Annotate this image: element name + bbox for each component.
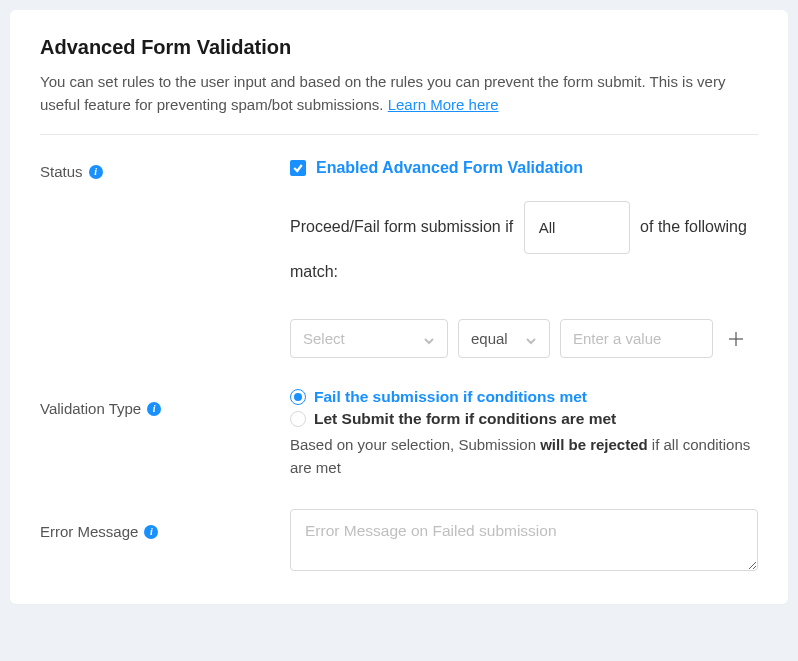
- condition-row: Select equal: [290, 319, 758, 358]
- card: Advanced Form Validation You can set rul…: [10, 10, 788, 604]
- sentence-pre: Proceed/Fail form submission if: [290, 218, 513, 235]
- operator-select[interactable]: equal: [458, 319, 550, 358]
- chevron-down-icon: [525, 333, 537, 345]
- chevron-down-icon: [423, 333, 435, 345]
- info-icon[interactable]: i: [89, 165, 103, 179]
- page-description: You can set rules to the user input and …: [40, 71, 758, 116]
- info-icon[interactable]: i: [147, 402, 161, 416]
- enable-checkbox-row[interactable]: Enabled Advanced Form Validation: [290, 159, 758, 177]
- learn-more-link[interactable]: Learn More here: [388, 96, 499, 113]
- field-select-placeholder: Select: [303, 330, 345, 347]
- validation-type-label: Validation Type: [40, 400, 141, 417]
- divider: [40, 134, 758, 135]
- error-message-label: Error Message: [40, 523, 138, 540]
- scope-select-value: All: [539, 219, 556, 236]
- validation-type-label-wrap: Validation Type i: [40, 388, 290, 417]
- validation-type-content: Fail the submission if conditions met Le…: [290, 388, 758, 479]
- hint-pre: Based on your selection, Submission: [290, 436, 540, 453]
- radio-selected-icon[interactable]: [290, 389, 306, 405]
- add-condition-button[interactable]: [727, 330, 745, 348]
- enable-checkbox-label: Enabled Advanced Form Validation: [316, 159, 583, 177]
- radio-fail-label: Fail the submission if conditions met: [314, 388, 587, 406]
- radio-allow-row[interactable]: Let Submit the form if conditions are me…: [290, 410, 758, 428]
- status-content: Enabled Advanced Form Validation Proceed…: [290, 159, 758, 358]
- status-label: Status: [40, 163, 83, 180]
- error-message-input[interactable]: [290, 509, 758, 571]
- radio-allow-label: Let Submit the form if conditions are me…: [314, 410, 616, 428]
- error-message-label-wrap: Error Message i: [40, 509, 290, 540]
- status-row: Status i Enabled Advanced Form Validatio…: [40, 159, 758, 358]
- description-text: You can set rules to the user input and …: [40, 73, 725, 113]
- page-title: Advanced Form Validation: [40, 36, 758, 59]
- validation-type-row: Validation Type i Fail the submission if…: [40, 388, 758, 479]
- field-select[interactable]: Select: [290, 319, 448, 358]
- value-input[interactable]: [560, 319, 713, 358]
- scope-select[interactable]: All: [524, 201, 630, 254]
- error-message-row: Error Message i: [40, 509, 758, 574]
- condition-sentence: Proceed/Fail form submission if All of t…: [290, 201, 758, 289]
- error-message-content: [290, 509, 758, 574]
- checkbox-checked-icon[interactable]: [290, 160, 306, 176]
- radio-fail-row[interactable]: Fail the submission if conditions met: [290, 388, 758, 406]
- operator-select-value: equal: [471, 330, 508, 347]
- hint-strong: will be rejected: [540, 436, 648, 453]
- info-icon[interactable]: i: [144, 525, 158, 539]
- radio-unselected-icon[interactable]: [290, 411, 306, 427]
- status-label-wrap: Status i: [40, 159, 290, 180]
- validation-hint: Based on your selection, Submission will…: [290, 434, 758, 479]
